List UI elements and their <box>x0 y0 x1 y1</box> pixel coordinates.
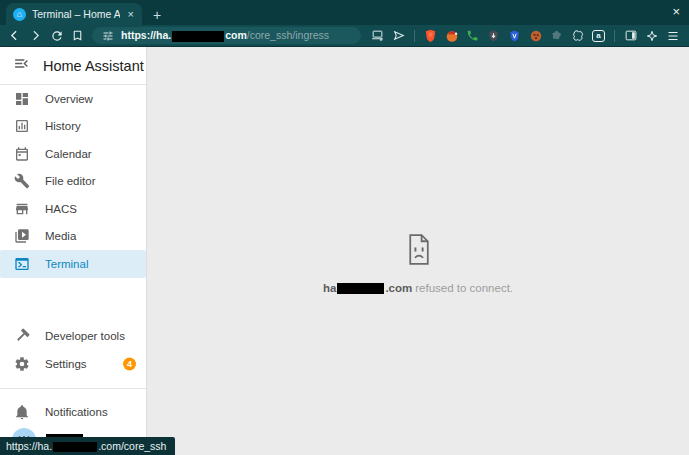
hammer-icon <box>13 328 30 345</box>
status-url-suffix: .com/core_ssh <box>98 440 166 452</box>
connection-error-block: ha.comrefused to connect. <box>218 233 618 294</box>
tab-strip: ⌂ Terminal – Home Assistant × + × <box>0 0 689 25</box>
sidebar-item-hacs[interactable]: HACS <box>0 195 146 223</box>
cast-laptop-icon[interactable] <box>368 27 387 45</box>
extension-orange-avatar-icon[interactable] <box>442 27 461 45</box>
bell-icon <box>13 404 30 421</box>
bookmark-icon[interactable] <box>68 27 87 45</box>
extension-letter-box-icon[interactable]: a <box>589 27 608 45</box>
main-content: ha.comrefused to connect. <box>147 47 689 454</box>
extension-letter-glyph: a <box>592 30 605 42</box>
error-host-redaction <box>337 283 384 294</box>
sidebar-item-label: Media <box>45 230 76 242</box>
sidebar-title: Home Assistant <box>43 58 144 74</box>
sidebar-item-notifications[interactable]: Notifications <box>0 399 146 427</box>
view-dashboard-icon <box>13 90 30 107</box>
tab-close-icon[interactable]: × <box>126 9 136 20</box>
tab-title: Terminal – Home Assistant <box>32 8 120 20</box>
media-icon <box>13 228 30 245</box>
sidebar-item-label: Calendar <box>45 148 92 160</box>
back-icon[interactable] <box>5 27 24 45</box>
sidebar-item-history[interactable]: History <box>0 113 146 141</box>
broken-page-icon <box>405 233 432 266</box>
new-tab-button[interactable]: + <box>153 8 161 22</box>
share-send-icon[interactable] <box>389 27 408 45</box>
sidebar-item-label: File editor <box>45 175 96 187</box>
menu-icon[interactable] <box>663 27 682 45</box>
extension-blue-shield-icon[interactable] <box>505 27 524 45</box>
extension-outline-blob-icon[interactable] <box>568 27 587 45</box>
sidebar-item-label: Settings <box>45 358 87 370</box>
sidebar-item-label: Terminal <box>45 258 88 270</box>
page-body: Home Assistant Overview History Calen <box>0 47 689 454</box>
url-scheme-host: https://ha. <box>121 29 171 41</box>
toolbar-separator <box>414 30 415 42</box>
extension-green-phone-icon[interactable] <box>463 27 482 45</box>
error-message: ha.comrefused to connect. <box>218 282 618 294</box>
error-message-text: refused to connect. <box>415 282 513 294</box>
toolbar-separator <box>614 30 615 42</box>
reload-icon[interactable] <box>47 27 66 45</box>
sidebar-toggle-icon[interactable] <box>621 27 640 45</box>
error-host-prefix: ha <box>323 282 336 294</box>
hacs-store-icon <box>13 200 30 217</box>
sidebar-item-media[interactable]: Media <box>0 223 146 251</box>
terminal-icon <box>13 255 30 272</box>
sidebar-spacer <box>0 278 146 323</box>
status-bar-link-preview: https://ha..com/core_ssh <box>0 437 175 455</box>
sidebar-item-developer-tools[interactable]: Developer tools <box>0 323 146 351</box>
sidebar-item-label: HACS <box>45 203 77 215</box>
extension-gray-disabled-icon[interactable] <box>547 27 566 45</box>
wrench-icon <box>13 173 30 190</box>
sidebar-item-calendar[interactable]: Calendar <box>0 140 146 168</box>
extension-shield-download-icon[interactable] <box>484 27 503 45</box>
sidebar-item-label: History <box>45 120 81 132</box>
sidebar-header: Home Assistant <box>0 47 146 84</box>
forward-icon[interactable] <box>26 27 45 45</box>
sidebar-gap <box>0 389 146 399</box>
status-url-redaction <box>53 442 97 452</box>
window-close-icon[interactable]: × <box>672 5 680 18</box>
sidebar-item-label: Developer tools <box>45 330 125 342</box>
menu-open-icon[interactable] <box>13 55 30 76</box>
sidebar-item-label: Notifications <box>45 406 108 418</box>
url-redaction <box>172 31 224 42</box>
ha-sidebar: Home Assistant Overview History Calen <box>0 47 147 454</box>
url-text: https://ha.com/core_ssh/ingress <box>121 29 329 42</box>
history-chart-icon <box>13 118 30 135</box>
url-path: /core_ssh/ingress <box>247 29 329 41</box>
status-url-prefix: https://ha. <box>6 440 52 452</box>
leo-ai-sparkle-icon[interactable] <box>642 27 661 45</box>
sidebar-item-terminal[interactable]: Terminal <box>0 250 146 278</box>
brave-shields-icon[interactable] <box>421 27 440 45</box>
error-host-suffix: .com <box>385 282 412 294</box>
calendar-icon <box>13 145 30 162</box>
home-assistant-favicon-icon: ⌂ <box>13 8 26 21</box>
sidebar-item-overview[interactable]: Overview <box>0 85 146 113</box>
site-settings-tune-icon[interactable] <box>101 27 114 44</box>
sidebar-item-settings[interactable]: Settings 4 <box>0 350 146 378</box>
settings-badge: 4 <box>123 357 136 370</box>
sidebar-item-file-editor[interactable]: File editor <box>0 168 146 196</box>
url-host-suffix: com <box>225 29 247 41</box>
sidebar-item-label: Overview <box>45 93 93 105</box>
address-bar[interactable]: https://ha.com/core_ssh/ingress <box>92 27 361 44</box>
browser-tab[interactable]: ⌂ Terminal – Home Assistant × <box>6 3 142 25</box>
gear-icon <box>13 355 30 372</box>
extension-orange-circle-icon[interactable] <box>526 27 545 45</box>
browser-window: ⌂ Terminal – Home Assistant × + × https:… <box>0 0 689 455</box>
browser-toolbar: https://ha.com/core_ssh/ingress <box>0 25 689 47</box>
sidebar-gap <box>0 378 146 388</box>
